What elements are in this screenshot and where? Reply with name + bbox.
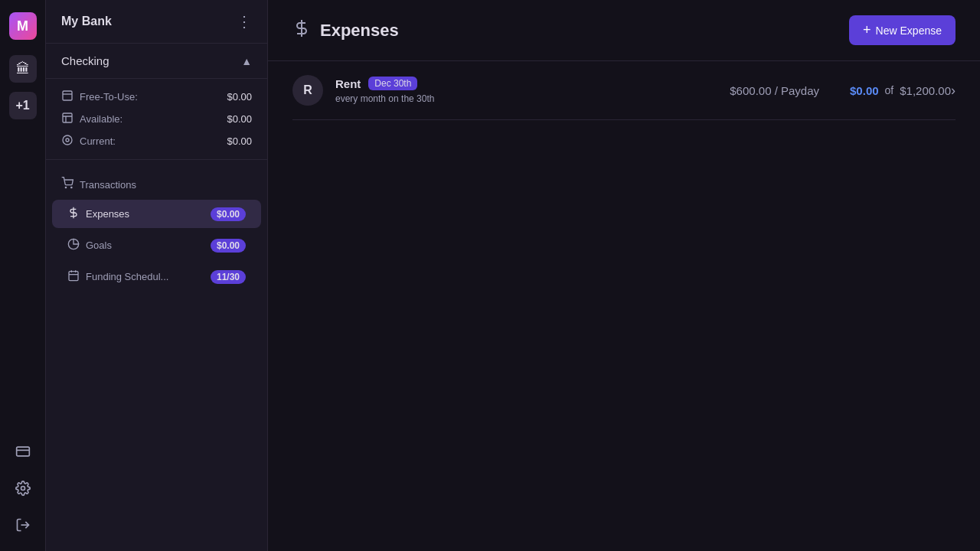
svg-rect-0	[16, 447, 29, 456]
free-to-use-icon	[61, 90, 74, 104]
expense-schedule: every month on the 30th	[335, 93, 730, 104]
icon-rail: M 🏛 +1	[0, 0, 46, 551]
page-title: Expenses	[320, 21, 399, 41]
main-content: Expenses + New Expense R Rent Dec 30th e…	[268, 0, 980, 551]
sidebar-title: My Bank	[61, 15, 112, 28]
svg-point-2	[21, 487, 24, 491]
current-label: Current:	[80, 135, 116, 147]
svg-point-7	[66, 139, 69, 142]
expenses-header-icon	[292, 19, 311, 41]
transactions-nav-label[interactable]: Transactions	[46, 171, 267, 198]
card-icon[interactable]	[9, 438, 37, 465]
app-logo[interactable]: M	[9, 12, 37, 40]
expense-progress: $0.00 of $1,200.00	[850, 84, 951, 97]
expense-of: of	[885, 84, 894, 96]
current-value: $0.00	[227, 135, 252, 147]
chevron-icon: ▲	[241, 55, 252, 67]
current-icon	[61, 134, 74, 148]
expense-name: Rent	[335, 77, 361, 90]
funding-badge: 11/30	[211, 270, 246, 284]
expense-amount: $600.00 / Payday	[730, 84, 819, 97]
expense-date-badge: Dec 30th	[368, 77, 417, 90]
funding-icon	[67, 269, 80, 284]
nav-item-goals[interactable]: Goals $0.00	[52, 231, 261, 259]
transactions-label: Transactions	[80, 179, 136, 191]
funding-nav-label: Funding Schedul...	[86, 271, 168, 282]
available-row: Available: $0.00	[61, 112, 252, 126]
svg-rect-5	[63, 113, 72, 122]
account-label: Checking	[61, 54, 109, 67]
goals-badge: $0.00	[211, 239, 246, 253]
logout-icon[interactable]	[9, 511, 37, 539]
sidebar: My Bank ⋮ Checking ▲ Free-To-Use: $0.00 …	[46, 0, 268, 551]
current-row: Current: $0.00	[61, 134, 252, 148]
expense-info-rent: Rent Dec 30th every month on the 30th	[335, 77, 730, 104]
add-button[interactable]: +1	[9, 92, 37, 119]
nav-item-funding[interactable]: Funding Schedul... 11/30	[52, 262, 261, 291]
svg-point-8	[65, 187, 66, 187]
new-expense-button[interactable]: + New Expense	[849, 15, 956, 45]
expenses-nav-label: Expenses	[86, 208, 129, 220]
expense-item-rent[interactable]: R Rent Dec 30th every month on the 30th …	[292, 61, 956, 120]
svg-rect-11	[69, 272, 78, 281]
sidebar-header: My Bank ⋮	[46, 12, 267, 44]
available-label: Available:	[80, 113, 122, 125]
available-value: $0.00	[227, 113, 252, 125]
expenses-icon	[67, 207, 80, 221]
svg-point-6	[63, 135, 72, 145]
bottom-icons	[9, 438, 37, 539]
svg-rect-4	[63, 91, 72, 100]
bank-nav-icon[interactable]: 🏛	[9, 55, 37, 83]
expense-total: $1,200.00	[900, 84, 951, 97]
nav-section: Transactions Expenses $0.00 Goals $0.00	[46, 160, 267, 303]
svg-point-9	[71, 187, 72, 187]
more-menu-button[interactable]: ⋮	[237, 12, 252, 31]
expense-amount-label: $600.00 / Payday	[730, 84, 819, 97]
account-selector[interactable]: Checking ▲	[46, 44, 267, 79]
nav-item-expenses[interactable]: Expenses $0.00	[52, 200, 261, 228]
plus-icon: +	[863, 22, 871, 38]
new-expense-label: New Expense	[876, 24, 942, 37]
free-to-use-label: Free-To-Use:	[80, 91, 138, 103]
free-to-use-row: Free-To-Use: $0.00	[61, 90, 252, 104]
free-to-use-value: $0.00	[227, 91, 252, 103]
balance-section: Free-To-Use: $0.00 Available: $0.00 Curr…	[46, 79, 267, 160]
goals-nav-label: Goals	[86, 240, 112, 251]
expenses-badge: $0.00	[211, 207, 246, 221]
main-header: Expenses + New Expense	[268, 0, 980, 61]
cart-icon	[61, 177, 74, 192]
available-icon	[61, 112, 74, 126]
expense-avatar-rent: R	[292, 75, 323, 106]
goals-icon	[67, 238, 80, 253]
expense-paid: $0.00	[850, 84, 879, 97]
expense-list: R Rent Dec 30th every month on the 30th …	[268, 61, 980, 551]
settings-icon[interactable]	[9, 474, 37, 502]
expense-chevron-icon: ›	[951, 83, 956, 99]
